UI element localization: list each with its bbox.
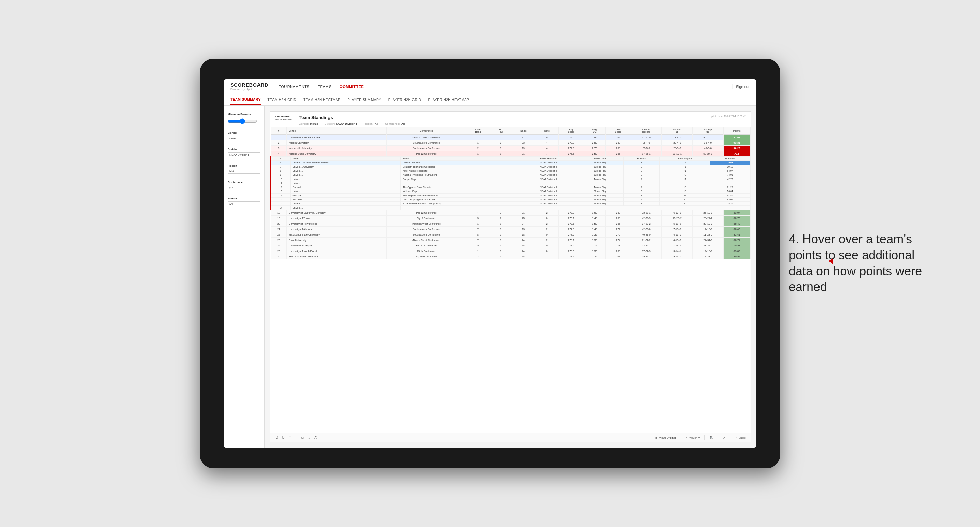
table-row: 19 University of Texas Big 12 Conference… xyxy=(271,216,751,221)
expanded-table-row: 8 Univers... Amer An Intercollegiate NCA… xyxy=(272,169,750,173)
sign-out-link[interactable]: Sign out xyxy=(736,85,749,89)
report-title-section: Committee Portal Review xyxy=(275,115,292,121)
report-container: Committee Portal Review Team Standings G… xyxy=(270,111,751,442)
sidebar-section-min-rounds: Minimum Rounds xyxy=(228,113,260,125)
filter-division-label: Division: xyxy=(325,122,335,125)
table-row: 24 University of Oregon Pac-12 Conferenc… xyxy=(271,243,751,249)
min-rounds-slider[interactable] xyxy=(228,118,257,124)
table-row: 3 Vanderbilt University Southeastern Con… xyxy=(271,146,751,151)
school-select[interactable]: (All) xyxy=(228,202,260,206)
sidebar: Minimum Rounds Gender Men's Women's All … xyxy=(224,106,265,448)
toolbar-sep-4 xyxy=(718,435,718,440)
zoom-reset-icon[interactable]: ⊡ xyxy=(288,435,291,440)
sidebar-section-gender: Gender Men's Women's All xyxy=(228,132,260,141)
watch-chevron-icon: ▾ xyxy=(698,436,700,439)
gender-select[interactable]: Men's Women's All xyxy=(228,136,260,141)
view-label: View: Original xyxy=(659,436,676,439)
tab-team-summary[interactable]: TEAM SUMMARY xyxy=(231,95,261,105)
annotation-text: 4. Hover over a team's points to see add… xyxy=(789,232,925,295)
share-label: Share xyxy=(738,436,746,439)
conference-select[interactable]: (All) xyxy=(228,185,260,190)
expanded-table-row: 16 Univers... 2023 Sahalee Players Champ… xyxy=(272,202,750,206)
redo-icon[interactable]: ↻ xyxy=(282,435,285,440)
tab-player-h2h-heatmap[interactable]: PLAYER H2H HEATMAP xyxy=(428,95,469,105)
nav-teams[interactable]: TEAMS xyxy=(318,83,331,90)
table-row: 18 University of California, Berkeley Pa… xyxy=(271,210,751,216)
undo-icon[interactable]: ↺ xyxy=(275,435,278,440)
table-row: 1 University of North Carolina Atlantic … xyxy=(271,135,751,140)
standings-table: # School Conference ConfRank NoTour Bnds… xyxy=(270,127,751,259)
col-wins: Wins xyxy=(535,127,558,135)
expanded-table-row: 14 Georgia Ben Hogan Collegiate Invitati… xyxy=(272,194,750,198)
settings-icon[interactable]: ⊕ xyxy=(307,435,310,440)
filter-conference: Conference: All xyxy=(385,122,405,125)
standings-title: Team Standings xyxy=(299,115,710,120)
copy-icon[interactable]: ⧉ xyxy=(301,435,304,440)
table-row: 22 Mississippi State University Southeas… xyxy=(271,232,751,238)
logo-subtitle: Powered by clippi xyxy=(231,88,268,91)
eye-icon: 👁 xyxy=(686,436,688,439)
nav-committee[interactable]: COMMITTEE xyxy=(340,83,364,90)
resize-button[interactable]: ⤢ xyxy=(723,436,725,439)
col-vs-top25: Vs Top25 xyxy=(662,127,692,135)
filter-gender-value: Men's xyxy=(310,122,318,125)
portal-label: Portal Review xyxy=(275,118,292,121)
expanded-table-row: 7 Univers... University Southern Highlan… xyxy=(272,165,750,169)
expanded-table-row: 11 Univers... xyxy=(272,181,750,185)
table-row: 4 Arizona State University Pac-12 Confer… xyxy=(271,151,751,157)
expanded-row: # Team Event Event Division Event Type R… xyxy=(271,157,751,210)
table-row: 2 Auburn University Southeastern Confere… xyxy=(271,140,751,146)
col-points: Points xyxy=(723,127,750,135)
tab-player-h2h-grid[interactable]: PLAYER H2H GRID xyxy=(388,95,422,105)
standings-section: Team Standings Gender: Men's Division: N… xyxy=(292,115,710,125)
table-container[interactable]: # School Conference ConfRank NoTour Bnds… xyxy=(270,127,751,433)
expanded-table-row: 6 Univers... Arizona State University Ce… xyxy=(272,161,750,165)
col-overall: OverallRecord xyxy=(631,127,662,135)
tab-team-h2h-grid[interactable]: TEAM H2H GRID xyxy=(267,95,296,105)
timer-icon[interactable]: ⏱ xyxy=(314,435,318,440)
filter-gender: Gender: Men's xyxy=(299,122,318,125)
col-adj-score: Adj.Score xyxy=(558,127,584,135)
col-conference: Conference xyxy=(387,127,466,135)
table-row: 20 University of New Mexico Mountain Wes… xyxy=(271,221,751,227)
col-no-tour: NoTour xyxy=(490,127,512,135)
col-avg-sg: Avg.SG xyxy=(584,127,605,135)
table-row: 21 University of Alabama Southeastern Co… xyxy=(271,227,751,232)
view-original-button[interactable]: ⊞ View: Original xyxy=(655,436,676,439)
filter-gender-label: Gender: xyxy=(299,122,309,125)
share-button[interactable]: ↗ Share xyxy=(735,436,746,439)
table-header-row: # School Conference ConfRank NoTour Bnds… xyxy=(271,127,751,135)
top-navigation: SCOREBOARD Powered by clippi TOURNAMENTS… xyxy=(224,79,756,94)
col-vs-top50: Vs Top50 xyxy=(692,127,723,135)
col-bnds: Bnds xyxy=(512,127,535,135)
tab-team-h2h-heatmap[interactable]: TEAM H2H HEATMAP xyxy=(303,95,340,105)
filter-row: Gender: Men's Division: NCAA Division I … xyxy=(299,122,710,125)
comment-icon: 💬 xyxy=(710,436,713,439)
filter-division-value: NCAA Division I xyxy=(336,122,357,125)
filter-region-label: Region: xyxy=(364,122,373,125)
sidebar-section-conference: Conference (All) xyxy=(228,181,260,190)
logo-title: SCOREBOARD xyxy=(231,82,268,88)
toolbar-sep-2 xyxy=(681,435,681,440)
sidebar-section-division: Division NCAA Division I NCAA Division I… xyxy=(228,148,260,157)
content-area: Committee Portal Review Team Standings G… xyxy=(265,106,756,448)
nav-tournaments[interactable]: TOURNAMENTS xyxy=(278,83,309,90)
tab-player-summary[interactable]: PLAYER SUMMARY xyxy=(347,95,381,105)
expanded-table-row: 9 Univers... National Invitational Tourn… xyxy=(272,173,750,177)
expanded-table-row: 12 Florida I The Cypress Point Classic N… xyxy=(272,185,750,189)
watch-button[interactable]: 👁 Watch ▾ xyxy=(686,436,699,439)
division-select[interactable]: NCAA Division I NCAA Division II All xyxy=(228,152,260,157)
region-select[interactable]: N/A All xyxy=(228,168,260,174)
tablet-frame: SCOREBOARD Powered by clippi TOURNAMENTS… xyxy=(200,59,780,468)
comment-button[interactable]: 💬 xyxy=(710,436,713,439)
expanded-table-row: 13 Univers... Williams Cup NCAA Division… xyxy=(272,189,750,194)
table-row: 23 Duke University Atlantic Coast Confer… xyxy=(271,238,751,243)
update-time: Update time: 13/03/2024 10:03:42 xyxy=(710,115,746,117)
toolbar-sep-3 xyxy=(705,435,705,440)
nav-items: TOURNAMENTS TEAMS COMMITTEE xyxy=(278,83,732,90)
expanded-table-row: 17 Univers... xyxy=(272,206,750,210)
toolbar-sep-5 xyxy=(730,435,730,440)
resize-icon: ⤢ xyxy=(723,436,725,439)
table-row: 25 University of North Florida ASUN Conf… xyxy=(271,249,751,254)
watch-label: Watch xyxy=(689,436,697,439)
